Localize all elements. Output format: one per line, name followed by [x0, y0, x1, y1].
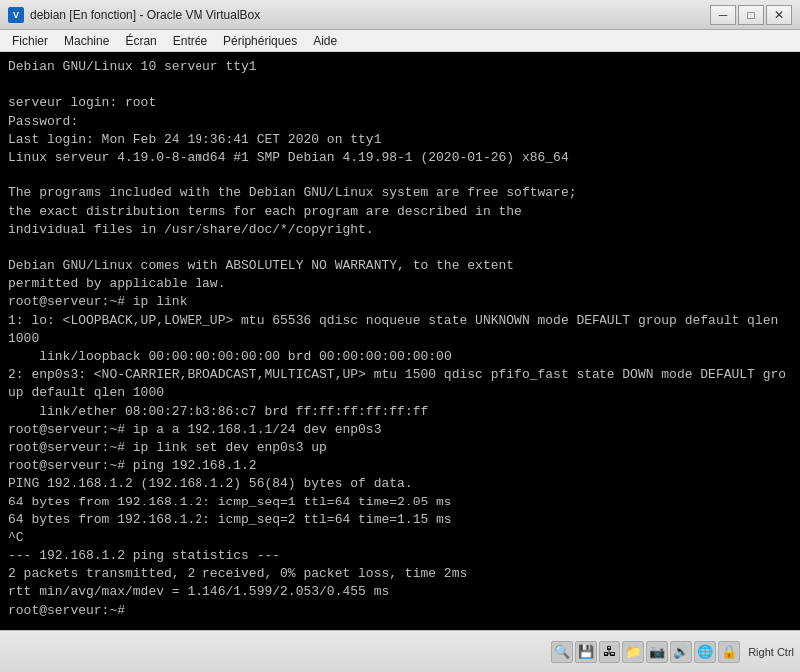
snapshot-icon[interactable]: 📷	[646, 641, 668, 663]
window-icon: V	[8, 7, 24, 23]
audio-icon[interactable]: 🔊	[670, 641, 692, 663]
network2-icon[interactable]: 🌐	[694, 641, 716, 663]
search-icon[interactable]: 🔍	[551, 641, 573, 663]
menu-entree[interactable]: Entrée	[165, 32, 215, 50]
status-bar: 🔍 💾 🖧 📁 📷 🔊 🌐 🔒 Right Ctrl	[0, 630, 800, 672]
right-ctrl-label: Right Ctrl	[748, 646, 794, 658]
usb-icon[interactable]: 💾	[575, 641, 597, 663]
vm-terminal-screen[interactable]: Debian GNU/Linux 10 serveur tty1 serveur…	[0, 52, 800, 630]
window-title: debian [En fonction] - Oracle VM Virtual…	[30, 8, 710, 22]
window-controls: ─ □ ✕	[710, 5, 792, 25]
menu-aide[interactable]: Aide	[305, 32, 345, 50]
close-button[interactable]: ✕	[766, 5, 792, 25]
menu-ecran[interactable]: Écran	[117, 32, 164, 50]
network-icon[interactable]: 🖧	[599, 641, 620, 663]
lock-icon[interactable]: 🔒	[718, 641, 740, 663]
menu-machine[interactable]: Machine	[56, 32, 117, 50]
maximize-button[interactable]: □	[738, 5, 764, 25]
title-bar: V debian [En fonction] - Oracle VM Virtu…	[0, 0, 800, 30]
folder-icon[interactable]: 📁	[622, 641, 644, 663]
minimize-button[interactable]: ─	[710, 5, 736, 25]
menu-bar: Fichier Machine Écran Entrée Périphériqu…	[0, 30, 800, 52]
menu-peripheriques[interactable]: Périphériques	[215, 32, 305, 50]
terminal-output: Debian GNU/Linux 10 serveur tty1 serveur…	[8, 58, 792, 620]
status-icons: 🔍 💾 🖧 📁 📷 🔊 🌐 🔒	[551, 641, 740, 663]
menu-fichier[interactable]: Fichier	[4, 32, 56, 50]
